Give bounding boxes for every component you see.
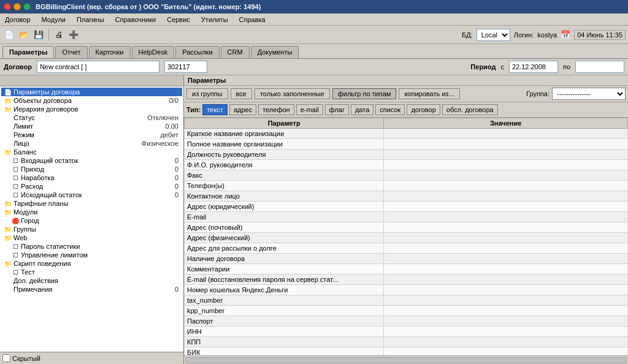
table-cell-value[interactable] [384, 202, 628, 212]
tree-item[interactable]: Режимдебет [1, 131, 182, 139]
table-row[interactable]: Наличие договора [185, 254, 628, 264]
table-row[interactable]: Адрес для рассылки о долге [185, 243, 628, 254]
type-phone-btn[interactable]: телефон [258, 104, 294, 115]
table-cell-value[interactable] [384, 295, 628, 306]
db-select[interactable]: Local [477, 29, 510, 41]
table-row[interactable]: Комментарии [185, 264, 628, 275]
table-cell-value[interactable] [384, 181, 628, 191]
tree-item[interactable]: ☐Исходящий остаток0 [1, 191, 182, 199]
tree-item[interactable]: ☐Приход0 [1, 165, 182, 173]
maximize-button[interactable] [23, 3, 31, 10]
table-cell-value[interactable] [384, 285, 628, 295]
table-cell-value[interactable] [384, 170, 628, 181]
tree-area[interactable]: 📄Параметры договора📁Объекты договора0/0📁… [0, 86, 183, 352]
filter-filled-btn[interactable]: только заполненные [255, 88, 330, 99]
type-date-btn[interactable]: дата [351, 104, 373, 115]
type-contract-btn[interactable]: договор [407, 104, 440, 115]
table-row[interactable]: Контактное лицо [185, 191, 628, 202]
table-row[interactable]: Адрес (почтовый) [185, 222, 628, 233]
tab-crm[interactable]: CRM [221, 46, 250, 58]
tab-helpdesk[interactable]: HelpDesk [132, 46, 175, 58]
table-cell-value[interactable] [384, 347, 628, 356]
tree-item[interactable]: ☐Входящий остаток0 [1, 156, 182, 165]
type-email-btn[interactable]: e-mail [296, 104, 323, 115]
period-to-field[interactable] [575, 61, 624, 73]
filter-from-group-btn[interactable]: из группы [186, 88, 228, 99]
tree-item[interactable]: 🔴Город [1, 216, 182, 225]
table-cell-value[interactable] [384, 275, 628, 285]
menu-utility[interactable]: Утилиты [199, 15, 231, 24]
tree-item[interactable]: ☐Тест [1, 268, 182, 276]
table-cell-value[interactable] [384, 327, 628, 337]
contract-name-field[interactable] [37, 61, 159, 73]
group-select[interactable]: --------------- [552, 88, 626, 100]
table-cell-value[interactable] [384, 212, 628, 222]
table-row[interactable]: E-mail [185, 212, 628, 222]
tree-item[interactable]: Доп. действия [1, 276, 182, 285]
contract-number-field[interactable] [164, 61, 207, 73]
tree-item[interactable]: 📁Тарифные планы [1, 199, 182, 208]
hidden-checkbox[interactable] [2, 354, 10, 362]
table-row[interactable]: КПП [185, 337, 628, 347]
table-cell-value[interactable] [384, 150, 628, 160]
menu-spravka[interactable]: Справка [237, 15, 268, 24]
menu-plaginy[interactable]: Плагины [74, 15, 107, 24]
hidden-checkbox-label[interactable]: Скрытый [2, 354, 40, 362]
params-table-area[interactable]: Параметр Значение Краткое название орган… [184, 118, 628, 355]
minimize-button[interactable] [13, 3, 21, 10]
toolbar-new-button[interactable]: 📄 [2, 28, 16, 42]
tree-item[interactable]: СтатусОтключен [1, 113, 182, 122]
table-row[interactable]: kpp_number [185, 306, 628, 316]
tree-item[interactable]: ☐Управление лимитом [1, 251, 182, 259]
type-address-btn[interactable]: адрес [229, 104, 256, 115]
tab-report[interactable]: Отчет [55, 46, 87, 58]
table-cell-value[interactable] [384, 129, 628, 139]
table-row[interactable]: Краткое название организации [185, 129, 628, 139]
menu-spravochniki[interactable]: Справочники [113, 15, 159, 24]
table-cell-value[interactable] [384, 337, 628, 347]
table-cell-value[interactable] [384, 160, 628, 170]
menu-servis[interactable]: Сервис [164, 15, 193, 24]
table-row[interactable]: Ф.И.О. руководителя [185, 160, 628, 170]
tree-item[interactable]: 📄Параметры договора [1, 88, 182, 96]
tree-item[interactable]: 📁Группы [1, 225, 182, 233]
menu-moduli[interactable]: Модули [39, 15, 68, 24]
horizontal-scrollbar[interactable] [184, 355, 628, 364]
tree-item[interactable]: 📁Объекты договора0/0 [1, 96, 182, 105]
table-cell-value[interactable] [384, 254, 628, 264]
type-list-btn[interactable]: список [375, 104, 405, 115]
tree-item[interactable]: ЛицоФизическое [1, 139, 182, 148]
type-flag-btn[interactable]: флаг [325, 104, 349, 115]
table-cell-value[interactable] [384, 191, 628, 202]
tree-item[interactable]: ☐Наработка0 [1, 173, 182, 182]
tree-item[interactable]: ☐Расход0 [1, 182, 182, 191]
table-cell-value[interactable] [384, 139, 628, 150]
tab-documents[interactable]: Документы [251, 46, 299, 58]
table-row[interactable]: БИК [185, 347, 628, 356]
type-service-btn[interactable]: обсл. договора [442, 104, 498, 115]
toolbar-print-button[interactable]: 🖨 [52, 28, 66, 42]
table-row[interactable]: Полное название организации [185, 139, 628, 150]
filter-by-type-btn[interactable]: фильтр по типам [332, 88, 397, 99]
tab-mailings[interactable]: Рассылки [175, 46, 219, 58]
table-cell-value[interactable] [384, 243, 628, 254]
table-cell-value[interactable] [384, 233, 628, 243]
table-cell-value[interactable] [384, 316, 628, 327]
table-row[interactable]: Номер кошелька Яндекс.Деньги [185, 285, 628, 295]
table-row[interactable]: Факс [185, 170, 628, 181]
table-row[interactable]: Телефон(ы) [185, 181, 628, 191]
tree-item[interactable]: 📁Модули [1, 208, 182, 216]
tree-item[interactable]: ☐Пароль статистики [1, 242, 182, 251]
tree-item[interactable]: Лимит0.00 [1, 122, 182, 131]
table-row[interactable]: Адрес (юридический) [185, 202, 628, 212]
tree-item[interactable]: Примечания0 [1, 285, 182, 294]
table-row[interactable]: Должность руководителя [185, 150, 628, 160]
toolbar-open-button[interactable]: 📂 [17, 28, 31, 42]
table-row[interactable]: Паспорт [185, 316, 628, 327]
table-cell-value[interactable] [384, 222, 628, 233]
table-row[interactable]: E-mail (восстановления пароля на сервер … [185, 275, 628, 285]
type-text-btn[interactable]: текст [202, 104, 228, 115]
toolbar-add-button[interactable]: ➕ [67, 28, 80, 42]
period-from-field[interactable] [509, 61, 558, 73]
filter-all-btn[interactable]: все [231, 88, 252, 99]
